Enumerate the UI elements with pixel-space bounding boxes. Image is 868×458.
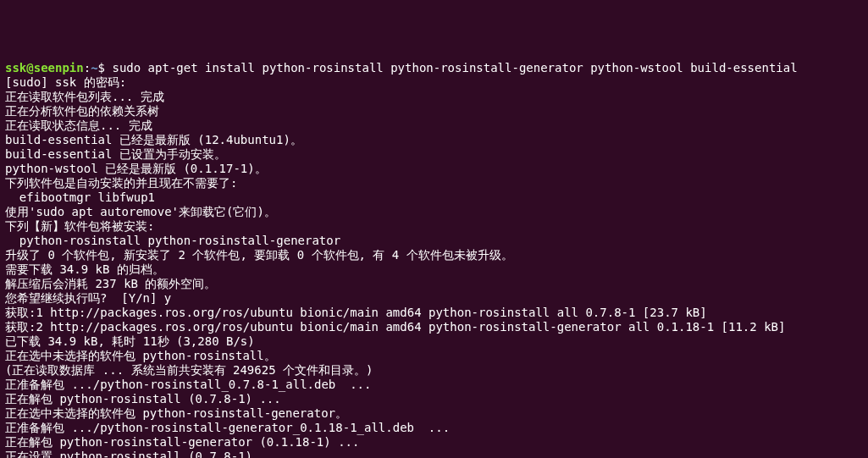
output-line: 正在分析软件包的依赖关系树 bbox=[5, 104, 863, 119]
output-line: 解压缩后会消耗 237 kB 的额外空间。 bbox=[5, 277, 863, 291]
output-line: 下列【新】软件包将被安装: bbox=[5, 219, 863, 234]
output-line: 正在选中未选择的软件包 python-rosinstall-generator。 bbox=[5, 406, 863, 421]
cwd: ~ bbox=[91, 61, 97, 74]
output-line: 已下载 34.9 kB, 耗时 11秒 (3,280 B/s) bbox=[5, 334, 863, 349]
output-line: 正在读取状态信息... 完成 bbox=[5, 119, 863, 133]
output-line: build-essential 已设置为手动安装。 bbox=[5, 147, 863, 162]
output-line: 正准备解包 .../python-rosinstall_0.7.8-1_all.… bbox=[5, 378, 863, 392]
output-line: 获取:1 http://packages.ros.org/ros/ubuntu … bbox=[5, 306, 863, 320]
output-line: 正在解包 python-rosinstall (0.7.8-1) ... bbox=[5, 392, 863, 406]
output-line: 正准备解包 .../python-rosinstall-generator_0.… bbox=[5, 421, 863, 435]
output-line: (正在读取数据库 ... 系统当前共安装有 249625 个文件和目录。) bbox=[5, 363, 863, 378]
output-line: 升级了 0 个软件包, 新安装了 2 个软件包, 要卸载 0 个软件包, 有 4… bbox=[5, 248, 863, 262]
output-line: python-rosinstall python-rosinstall-gene… bbox=[5, 234, 863, 248]
prompt-line: ssk@seenpin:~$ sudo apt-get install pyth… bbox=[5, 61, 863, 75]
output-line: 正在设置 python-rosinstall (0.7.8-1) ... bbox=[5, 450, 863, 458]
output-line: 使用'sudo apt autoremove'来卸载它(它们)。 bbox=[5, 205, 863, 219]
output-line: python-wstool 已经是最新版 (0.1.17-1)。 bbox=[5, 162, 863, 176]
output-line: 需要下载 34.9 kB 的归档。 bbox=[5, 262, 863, 277]
output-line: efibootmgr libfwup1 bbox=[5, 190, 863, 205]
output-line: 获取:2 http://packages.ros.org/ros/ubuntu … bbox=[5, 320, 863, 334]
terminal-output[interactable]: ssk@seenpin:~$ sudo apt-get install pyth… bbox=[5, 61, 863, 458]
output-line: [sudo] ssk 的密码: bbox=[5, 75, 863, 90]
output-line: 正在解包 python-rosinstall-generator (0.1.18… bbox=[5, 435, 863, 450]
command-input: sudo apt-get install python-rosinstall p… bbox=[112, 61, 797, 74]
output-line: 下列软件包是自动安装的并且现在不需要了: bbox=[5, 176, 863, 190]
output-line: build-essential 已经是最新版 (12.4ubuntu1)。 bbox=[5, 133, 863, 147]
output-line: 正在选中未选择的软件包 python-rosinstall。 bbox=[5, 349, 863, 363]
output-line: 您希望继续执行吗? [Y/n] y bbox=[5, 291, 863, 306]
user-host: ssk@seenpin bbox=[5, 61, 84, 74]
output-line: 正在读取软件包列表... 完成 bbox=[5, 90, 863, 104]
